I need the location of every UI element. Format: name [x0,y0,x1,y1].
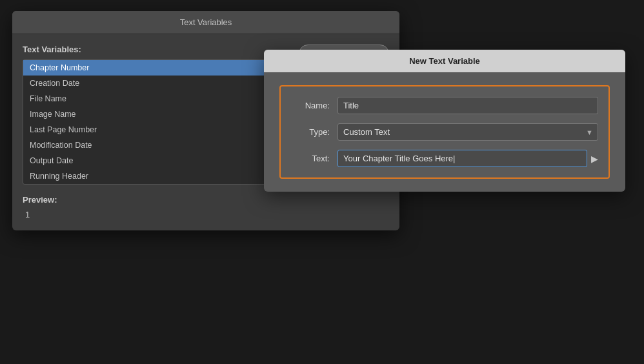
new-text-variable-dialog: New Text Variable Name: Type: Custom Tex… [264,50,625,192]
type-select[interactable]: Custom Text Chapter Number Creation Date… [337,123,598,141]
ntv-form-outline: Name: Type: Custom Text Chapter Number C… [279,85,610,179]
name-label: Name: [291,101,330,110]
tv-preview-section: Preview: 1 [23,195,288,220]
type-row: Type: Custom Text Chapter Number Creatio… [291,123,598,141]
preview-value: 1 [25,210,30,219]
list-item-running-header[interactable]: Running Header [23,168,288,184]
text-row: Text: ▶ [291,150,598,167]
list-item-file-name[interactable]: File Name [23,91,288,106]
preview-label: Preview: [23,195,288,205]
arrow-right-icon[interactable]: ▶ [591,154,598,164]
ntv-dialog-title: New Text Variable [264,50,625,72]
list-item-creation-date[interactable]: Creation Date [23,76,288,91]
tv-left-panel: Text Variables: Chapter Number Creation … [23,45,288,220]
tv-list-label: Text Variables: [23,45,288,54]
type-select-wrapper: Custom Text Chapter Number Creation Date… [337,123,598,141]
list-item-modification-date[interactable]: Modification Date [23,137,288,153]
type-label: Type: [291,127,330,137]
name-row: Name: [291,97,598,114]
text-label: Text: [291,154,330,163]
list-item-chapter-number[interactable]: Chapter Number [23,60,288,76]
tv-list: Chapter Number Creation Date File Name I… [23,59,288,185]
text-input[interactable] [337,150,587,167]
list-item-last-page-number[interactable]: Last Page Number [23,122,288,137]
name-input[interactable] [337,97,598,114]
tv-dialog-title: Text Variables [12,11,399,34]
list-item-image-name[interactable]: Image Name [23,106,288,122]
list-item-output-date[interactable]: Output Date [23,153,288,168]
